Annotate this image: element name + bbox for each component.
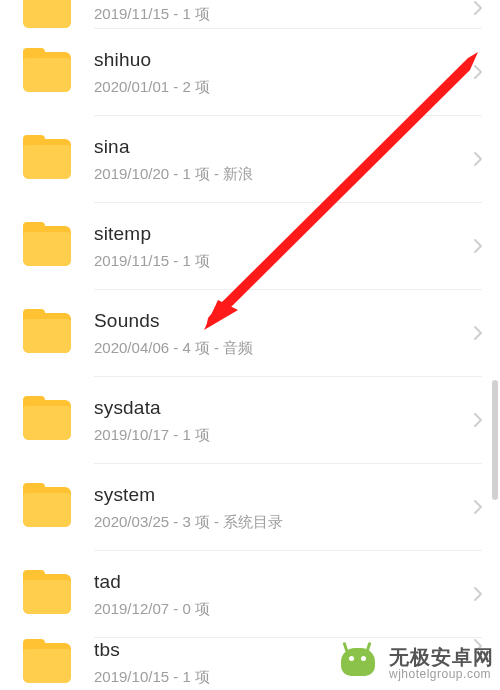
folder-name: shihuo xyxy=(94,48,466,73)
chevron-right-icon xyxy=(466,238,490,254)
list-item[interactable]: sina2019/10/20 - 1 项 - 新浪 xyxy=(0,116,500,202)
folder-icon xyxy=(22,482,72,532)
folder-icon xyxy=(22,221,72,271)
folder-icon xyxy=(22,308,72,358)
list-item[interactable]: sysdata2019/10/17 - 1 项 xyxy=(0,377,500,463)
folder-name: sitemp xyxy=(94,222,466,247)
folder-meta: 2020/04/06 - 4 项 - 音频 xyxy=(94,338,466,358)
list-item[interactable]: Sounds2020/04/06 - 4 项 - 音频 xyxy=(0,290,500,376)
chevron-right-icon xyxy=(466,586,490,602)
scrollbar-thumb[interactable] xyxy=(492,380,498,500)
chevron-right-icon xyxy=(466,412,490,428)
folder-icon xyxy=(22,47,72,97)
folder-icon xyxy=(22,395,72,445)
list-item[interactable]: 2019/11/15 - 1 项 xyxy=(0,0,500,28)
list-item[interactable]: system2020/03/25 - 3 项 - 系统目录 xyxy=(0,464,500,550)
list-item[interactable]: tad2019/12/07 - 0 项 xyxy=(0,551,500,637)
folder-meta: 2019/11/15 - 1 项 xyxy=(94,251,466,271)
folder-meta: 2019/11/15 - 1 项 xyxy=(94,4,466,24)
folder-name: sina xyxy=(94,135,466,160)
folder-meta: 2020/03/25 - 3 项 - 系统目录 xyxy=(94,512,466,532)
android-logo-icon xyxy=(337,644,383,684)
chevron-right-icon xyxy=(466,325,490,341)
folder-name: Sounds xyxy=(94,309,466,334)
list-item[interactable]: shihuo2020/01/01 - 2 项 xyxy=(0,29,500,115)
chevron-right-icon xyxy=(466,151,490,167)
folder-icon xyxy=(22,0,72,28)
watermark: 无极安卓网 wjhotelgroup.com xyxy=(337,644,494,684)
folder-icon xyxy=(22,134,72,184)
watermark-url: wjhotelgroup.com xyxy=(389,668,494,681)
folder-list: 2019/11/15 - 1 项 shihuo2020/01/01 - 2 项s… xyxy=(0,0,500,688)
chevron-right-icon xyxy=(466,499,490,515)
folder-meta: 2019/12/07 - 0 项 xyxy=(94,599,466,619)
watermark-title: 无极安卓网 xyxy=(389,647,494,668)
folder-meta: 2020/01/01 - 2 项 xyxy=(94,77,466,97)
folder-name: system xyxy=(94,483,466,508)
chevron-right-icon xyxy=(466,64,490,80)
folder-meta: 2019/10/20 - 1 项 - 新浪 xyxy=(94,164,466,184)
file-manager-viewport: 2019/11/15 - 1 项 shihuo2020/01/01 - 2 项s… xyxy=(0,0,500,690)
folder-icon xyxy=(22,638,72,688)
folder-icon xyxy=(22,569,72,619)
folder-name: sysdata xyxy=(94,396,466,421)
list-item[interactable]: sitemp2019/11/15 - 1 项 xyxy=(0,203,500,289)
chevron-right-icon xyxy=(466,0,490,16)
folder-meta: 2019/10/17 - 1 项 xyxy=(94,425,466,445)
folder-name: tad xyxy=(94,570,466,595)
